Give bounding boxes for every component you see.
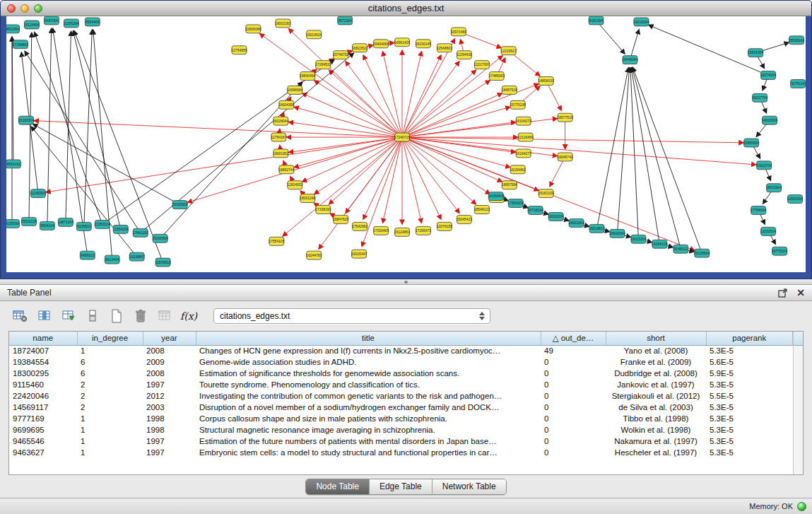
table-cell[interactable]: 5.3E-5 (706, 436, 793, 447)
tab-edge-table[interactable]: Edge Table (370, 479, 433, 494)
window-titlebar[interactable]: citations_edges.txt (1, 1, 811, 16)
graph-node[interactable]: 15124851 (394, 228, 410, 236)
table-cell[interactable]: 1998 (143, 424, 196, 436)
graph-node[interactable]: 18013304 (766, 184, 782, 192)
graph-node[interactable]: 17265471 (416, 226, 431, 235)
graph-node[interactable]: 10238807 (129, 252, 145, 261)
table-cell[interactable]: Structural magnetic resonance image aver… (196, 424, 541, 436)
citation-edge-black[interactable] (31, 127, 137, 257)
citation-edge-black[interactable] (73, 31, 120, 230)
table-cell[interactable]: 1997 (143, 436, 196, 447)
graph-node[interactable]: 16961425 (394, 38, 410, 47)
table-cell[interactable]: 9463627 (9, 447, 77, 458)
graph-node[interactable]: 12033504 (760, 227, 776, 235)
graph-node[interactable]: 11156304 (64, 19, 79, 28)
table-row[interactable]: 977716911998Corpus callosum shape and si… (9, 413, 793, 424)
citation-edge-black[interactable] (630, 68, 638, 240)
table-cell[interactable]: Disruption of a novel member of a sodium… (196, 402, 541, 413)
table-cell[interactable]: 2003 (143, 402, 196, 413)
rows-button[interactable] (82, 307, 103, 325)
graph-node[interactable]: 15518104 (789, 36, 804, 45)
graph-node[interactable]: 9187004 (44, 16, 59, 25)
graph-node[interactable]: 17485083 (489, 72, 505, 81)
graph-node[interactable]: 19254104 (652, 240, 667, 248)
table-row[interactable]: 1938455462009Genome-wide association stu… (9, 356, 793, 368)
graph-node[interactable]: 18237704 (752, 93, 767, 102)
graph-node[interactable]: 9554104 (40, 221, 54, 230)
graph-node[interactable]: 15955804 (743, 139, 759, 147)
table-cell[interactable]: 6 (77, 368, 143, 379)
graph-node[interactable]: 25260504 (153, 234, 168, 243)
table-cell[interactable]: 5.3E-5 (706, 424, 793, 436)
graph-node[interactable]: 15045423 (457, 215, 472, 223)
graph-node[interactable]: 17704504 (751, 206, 766, 215)
column-header-year[interactable]: year (143, 332, 196, 345)
graph-node[interactable]: 18957584 (502, 181, 517, 189)
graph-node[interactable]: 18852744 (278, 165, 294, 174)
graph-node[interactable]: 20510128 (21, 217, 37, 226)
table-cell[interactable]: 1 (77, 345, 143, 356)
table-cell[interactable]: 1 (77, 413, 143, 424)
table-cell[interactable]: 5.3E-5 (706, 447, 793, 458)
table-cell[interactable]: de Silva et al. (2003) (606, 402, 706, 413)
table-cell[interactable]: 19384554 (9, 356, 77, 368)
graph-node[interactable]: 12116489 (518, 133, 534, 141)
graph-node[interactable]: 17338193 (315, 206, 331, 214)
graph-node[interactable]: 16104273 (516, 117, 531, 125)
graph-node[interactable]: 19274304 (760, 71, 776, 80)
citation-edge-black[interactable] (66, 31, 71, 223)
graph-node[interactable]: 9572304 (338, 16, 353, 25)
table-cell[interactable]: Hescheler et al. (1997) (606, 447, 706, 458)
graph-node[interactable]: 11254439 (457, 51, 472, 59)
table-cell[interactable]: Estimation of significance thresholds fo… (196, 368, 541, 379)
graph-node[interactable]: 18577519 (557, 113, 572, 122)
graph-node[interactable]: 18015204 (630, 235, 646, 243)
table-cell[interactable]: 0 (541, 413, 606, 424)
graph-node[interactable]: 18316204 (548, 212, 564, 221)
table-cell[interactable]: Yano et al. (2008) (606, 345, 706, 356)
graph-node[interactable]: 9105513 (76, 222, 91, 230)
graph-node[interactable]: 12076155 (437, 222, 452, 230)
graph-node[interactable]: 19404068 (373, 40, 389, 48)
citation-edge-black[interactable] (630, 29, 639, 59)
graph-node[interactable]: 15775108 (510, 100, 526, 109)
graph-node[interactable]: 15124404 (24, 21, 40, 29)
table-cell[interactable]: Genome-wide association studies in ADHD. (196, 356, 541, 368)
graph-node[interactable]: 18812904 (6, 25, 20, 33)
table-cell[interactable]: 1 (77, 436, 143, 447)
table-row[interactable]: 946362711997Embryonic stem cells: a mode… (9, 447, 793, 458)
close-panel-icon[interactable]: ✕ (796, 288, 805, 298)
graph-node[interactable]: 16918204 (633, 18, 649, 26)
graph-node[interactable]: 12215917 (501, 47, 517, 55)
graph-node[interactable]: 16775204 (772, 247, 787, 255)
table-cell[interactable]: Stergiakouli et al. (2012) (606, 390, 706, 402)
graph-node[interactable]: 12217097 (474, 61, 490, 69)
table-cell[interactable]: 2012 (143, 390, 196, 402)
graph-node[interactable]: 16046742 (557, 153, 572, 161)
table-cell[interactable]: 0 (541, 447, 606, 458)
function-builder-button[interactable]: f(x) (178, 307, 199, 325)
graph-node[interactable]: 16014024 (306, 30, 322, 39)
delete-table-button[interactable] (130, 307, 151, 325)
graph-node[interactable]: 10996584 (287, 86, 302, 94)
table-cell[interactable]: Embryonic stem cells: a model to study s… (196, 447, 541, 458)
graph-node[interactable]: 17240802 (13, 40, 28, 49)
table-cell[interactable]: 22420046 (9, 390, 77, 402)
citation-edge-red[interactable] (402, 39, 455, 138)
table-cell[interactable]: 5.5E-5 (706, 390, 793, 402)
table-cell[interactable]: 0 (541, 368, 606, 379)
column-header-short[interactable]: short (606, 332, 706, 345)
graph-node[interactable]: 16604356 (278, 100, 294, 109)
graph-node[interactable]: 18230145 (416, 40, 431, 48)
table-cell[interactable]: Dudbridge et al. (2008) (606, 368, 706, 379)
table-cell[interactable]: Investigating the contribution of common… (196, 390, 541, 402)
table-row[interactable]: 946554611997Estimation of the future num… (9, 436, 793, 447)
table-cell[interactable]: Corpus callosum shape and size in male p… (196, 413, 541, 424)
table-row[interactable]: 2242004622012Investigating the contribut… (9, 390, 793, 402)
graph-node[interactable]: 17284533 (315, 61, 331, 69)
table-cell[interactable]: 0 (541, 390, 606, 402)
citation-edge-black[interactable] (632, 67, 702, 253)
table-cell[interactable]: Estimation of the future numbers of pati… (196, 436, 541, 447)
graph-node[interactable]: 18549122 (474, 206, 490, 214)
graph-node[interactable]: 19448264 (622, 56, 637, 64)
